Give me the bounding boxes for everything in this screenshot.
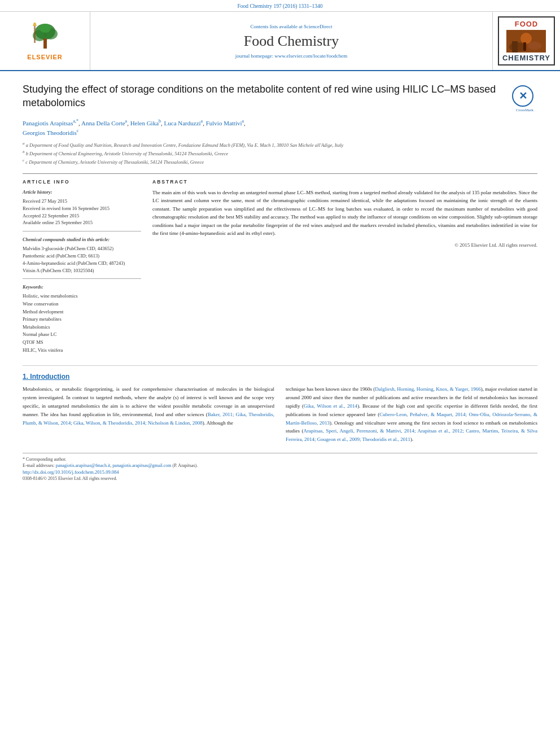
doi-line[interactable]: http://dx.doi.org/10.1016/j.foodchem.201… <box>23 469 537 475</box>
issn-line: 0308-8146/© 2015 Elsevier Ltd. All right… <box>23 476 537 481</box>
svg-point-10 <box>528 42 541 50</box>
fc-chemistry-text: CHEMISTRY <box>502 54 550 63</box>
keyword-4: Primary metabolites <box>23 316 141 324</box>
keyword-5: Metabolomics <box>23 324 141 331</box>
history-available: Available online 25 September 2015 <box>23 219 141 226</box>
compound-1: Malvidin 3-glucoside (PubChem CID; 44365… <box>23 245 141 252</box>
elsevier-logo: ELSEVIER <box>27 21 62 60</box>
elsevier-tree-icon <box>28 21 62 53</box>
journal-title: Food Chemistry <box>244 33 339 50</box>
abstract-text: The main aim of this work was to develop… <box>152 189 537 237</box>
sciencedirect-prefix: Contents lists available at <box>251 24 304 29</box>
affiliation-a: a a Department of Food Quality and Nutri… <box>23 141 537 149</box>
history-received: Received 27 May 2015 <box>23 198 141 205</box>
homepage-label: journal homepage: <box>235 53 274 59</box>
fc-logo-image <box>506 30 546 53</box>
history-revised: Received in revised form 16 September 20… <box>23 205 141 212</box>
divider-1 <box>23 231 141 231</box>
intro-title: Introduction <box>28 373 69 381</box>
email-suffix: (P. Arapitsas). <box>173 463 198 468</box>
ref-arapitsas[interactable]: Arapitsas, Speri, Angeli, Perenzoni, & M… <box>286 428 537 442</box>
keyword-2: Wine conservation <box>23 300 141 308</box>
sciencedirect-line: Contents lists available at ScienceDirec… <box>251 24 333 29</box>
email2[interactable]: panagiotis.arapitsas@gmail.com <box>112 463 171 468</box>
affiliations: a a Department of Food Quality and Nutri… <box>23 141 537 167</box>
article-info-abstract: ARTICLE INFO Article history: Received 2… <box>23 173 537 354</box>
elsevier-wordmark: ELSEVIER <box>27 54 62 60</box>
corresponding-label: * Corresponding author. <box>23 457 67 462</box>
history-accepted: Accepted 22 September 2015 <box>23 212 141 220</box>
copyright-text: © 2015 Elsevier Ltd. All rights reserved… <box>152 242 537 250</box>
citation-bar: Food Chemistry 197 (2016) 1331–1340 <box>0 0 560 12</box>
fc-logo-artwork <box>506 30 546 53</box>
ref-gika-wilson[interactable]: Gika, Wilson et al., 2014 <box>304 403 357 409</box>
elsevier-tree-logo <box>27 21 62 53</box>
corresponding-note: * Corresponding author. <box>23 457 537 462</box>
keyword-6: Normal phase LC <box>23 331 141 339</box>
keywords-label: Keywords: <box>23 283 141 291</box>
svg-point-4 <box>40 24 51 33</box>
abstract-label: ABSTRACT <box>152 178 537 186</box>
keyword-8: HILIC, Vitis vinifera <box>23 347 141 355</box>
crossmark-label: CrossMark <box>512 108 537 112</box>
intro-two-col: Metabolomics, or metabolic fingerprintin… <box>23 385 537 444</box>
crossmark-section: ✕ CrossMark <box>512 82 537 112</box>
ref-baker[interactable]: Baker, 2011; Gika, Theodoridis, Plumb, &… <box>23 412 274 426</box>
email1[interactable]: panagiotis.arapitsas@fmach.it <box>56 463 111 468</box>
food-chemistry-logo: FOOD CHEMISTRY <box>498 16 555 65</box>
elsevier-logo-section: ELSEVIER <box>0 12 90 70</box>
affiliation-c: c c Department of Chemistry, Aristotle U… <box>23 158 537 166</box>
main-content: Studying the effect of storage condition… <box>0 71 560 488</box>
citation-text: Food Chemistry 197 (2016) 1331–1340 <box>238 3 323 9</box>
affiliation-b: b b Department of Chemical Engineering, … <box>23 149 537 158</box>
compound-4: Vitisin A (PubChem CID; 10325504) <box>23 267 141 274</box>
svg-rect-3 <box>43 38 47 49</box>
intro-section-title: 1. Introduction <box>23 373 537 381</box>
sciencedirect-link-text[interactable]: ScienceDirect <box>304 24 332 29</box>
footer-notes: * Corresponding author. E-mail addresses… <box>23 453 537 481</box>
keyword-1: Holistic, wine metabolomics <box>23 292 141 300</box>
intro-left-text: Metabolomics, or metabolic fingerprintin… <box>23 385 274 427</box>
compound-2: Pantothenic acid (PubChem CID; 6613) <box>23 252 141 260</box>
keyword-3: Method development <box>23 308 141 316</box>
svg-rect-5 <box>34 26 36 43</box>
author-mattivi[interactable]: Fulvio Mattivi <box>206 120 242 126</box>
divider-2 <box>23 278 141 279</box>
compound-3: 4-Amino-heptanedioic acid (PubChem CID; … <box>23 260 141 267</box>
svg-rect-11 <box>523 42 526 51</box>
intro-number: 1. <box>23 373 28 381</box>
crossmark-icon: ✕ <box>512 85 533 107</box>
author-narduzzi[interactable]: Luca Narduzzi <box>164 120 201 126</box>
journal-homepage-line: journal homepage: www.elsevier.com/locat… <box>235 53 347 59</box>
svg-marker-6 <box>33 23 37 26</box>
issn-text: 0308-8146/© 2015 Elsevier Ltd. All right… <box>23 476 117 481</box>
email-label: E-mail addresses: <box>23 463 55 468</box>
history-label: Article history: <box>23 189 141 196</box>
ref-cubero[interactable]: Cubero-Leon, Peñalver, & Maquet, 2014; O… <box>286 412 537 426</box>
fc-logo-section: FOOD CHEMISTRY <box>492 12 560 70</box>
email-note: E-mail addresses: panagiotis.arapitsas@f… <box>23 463 537 468</box>
journal-header: ELSEVIER Contents lists available at Sci… <box>0 12 560 71</box>
keyword-7: QTOF MS <box>23 339 141 347</box>
authors-line: Panagiotis Arapitsasa,*, Anna Della Cort… <box>23 118 537 137</box>
author-dellacorte[interactable]: Anna Della Corte <box>81 120 125 126</box>
introduction-section: 1. Introduction Metabolomics, or metabol… <box>23 365 537 444</box>
doi-text[interactable]: http://dx.doi.org/10.1016/j.foodchem.201… <box>23 469 119 475</box>
fc-food-text: FOOD <box>502 20 550 29</box>
ref-dalgliesh[interactable]: Dalgliesh, Horning, Horning, Knox, & Yar… <box>375 386 481 392</box>
author-gika[interactable]: Helen Gika <box>130 120 159 126</box>
author-theodoridis[interactable]: Georgios Theodoridis <box>23 129 77 136</box>
intro-right-col: technique has been known since the 1960s… <box>286 385 537 444</box>
article-title: Studying the effect of storage condition… <box>23 82 512 110</box>
article-info-col: ARTICLE INFO Article history: Received 2… <box>23 178 141 354</box>
intro-right-text: technique has been known since the 1960s… <box>286 385 537 444</box>
intro-left-col: Metabolomics, or metabolic fingerprintin… <box>23 385 274 444</box>
abstract-col: ABSTRACT The main aim of this work was t… <box>152 178 537 354</box>
compounds-label: Chemical compounds studied in this artic… <box>23 236 141 243</box>
homepage-url[interactable]: www.elsevier.com/locate/foodchem <box>274 53 347 59</box>
journal-info-center: Contents lists available at ScienceDirec… <box>90 12 492 70</box>
article-info-label: ARTICLE INFO <box>23 178 141 186</box>
article-title-section: Studying the effect of storage condition… <box>23 78 537 112</box>
author-arapitsas[interactable]: Panagiotis Arapitsas <box>23 120 73 126</box>
